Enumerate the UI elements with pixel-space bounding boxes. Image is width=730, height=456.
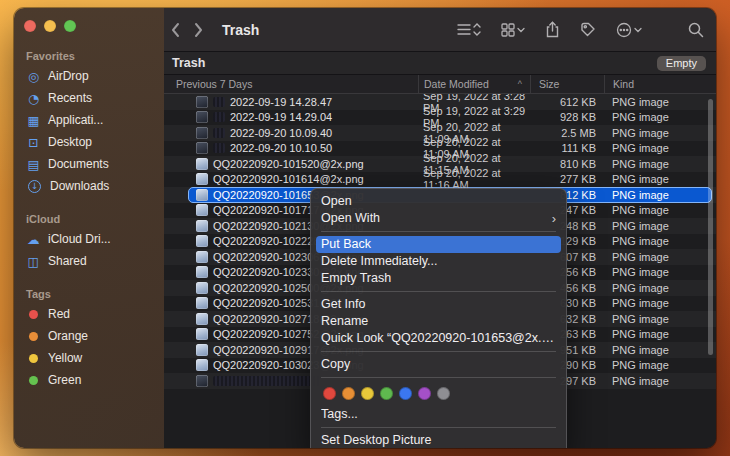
file-name: QQ20220920-101520@2x.png bbox=[213, 158, 364, 170]
search-button[interactable] bbox=[688, 22, 704, 38]
tag-color-dot[interactable] bbox=[399, 387, 412, 400]
file-thumbnail-icon bbox=[196, 111, 208, 123]
menu-item-label: Empty Trash bbox=[321, 270, 556, 287]
sidebar-item-shared[interactable]: ◫Shared bbox=[14, 250, 164, 272]
zoom-button[interactable] bbox=[64, 20, 76, 32]
sidebar-item-icloud-dri[interactable]: ☁iCloud Dri... bbox=[14, 228, 164, 250]
sidebar-item-yellow[interactable]: Yellow bbox=[14, 347, 164, 369]
sidebar-item-airdrop[interactable]: ◎AirDrop bbox=[14, 65, 164, 87]
sidebar-item-label: Documents bbox=[48, 157, 109, 171]
column-label: Date Modified bbox=[424, 78, 489, 90]
tag-color-dot[interactable] bbox=[380, 387, 393, 400]
column-header-date-modified[interactable]: Date Modified ^ bbox=[418, 75, 530, 93]
tag-color-dot[interactable] bbox=[361, 387, 374, 400]
file-name-cell: 2022-09-19 14.29.04 bbox=[164, 110, 418, 126]
airdrop-icon: ◎ bbox=[26, 69, 41, 84]
file-thumbnail-icon bbox=[196, 328, 208, 340]
menu-item-empty-trash[interactable]: Empty Trash bbox=[311, 270, 566, 287]
minimize-button[interactable] bbox=[44, 20, 56, 32]
tag-color-dot[interactable] bbox=[323, 387, 336, 400]
nav-buttons bbox=[170, 22, 204, 38]
file-size-cell: 2.5 MB bbox=[530, 125, 604, 141]
file-name-cell: QQ20220920-101520@2x.png bbox=[164, 156, 418, 172]
sidebar-section-label: Tags bbox=[14, 284, 164, 303]
menu-item-open-with[interactable]: Open With› bbox=[311, 210, 566, 227]
close-button[interactable] bbox=[24, 20, 36, 32]
file-kind-cell: PNG image bbox=[604, 280, 716, 296]
column-header-row: Previous 7 Days Date Modified ^ Size Kin… bbox=[164, 75, 716, 94]
share-button[interactable] bbox=[545, 21, 560, 38]
menu-item-label: Quick Look “QQ20220920-101653@2x.png” bbox=[321, 330, 556, 347]
file-kind-cell: PNG image bbox=[604, 172, 716, 188]
sidebar-section-tags: TagsRedOrangeYellowGreen bbox=[14, 284, 164, 391]
sidebar-item-label: iCloud Dri... bbox=[48, 232, 111, 246]
sidebar-item-label: Desktop bbox=[48, 135, 92, 149]
share-icon bbox=[545, 21, 560, 38]
file-thumbnail-icon bbox=[196, 375, 208, 387]
vertical-scrollbar[interactable] bbox=[708, 99, 713, 355]
menu-item-copy[interactable]: Copy bbox=[311, 356, 566, 373]
menu-item-rename[interactable]: Rename bbox=[311, 313, 566, 330]
window-title: Trash bbox=[222, 22, 259, 38]
yellow-tag-dot bbox=[29, 354, 38, 363]
tag-color-dot[interactable] bbox=[342, 387, 355, 400]
tag-color-dot[interactable] bbox=[437, 387, 450, 400]
location-header: Trash Empty bbox=[164, 52, 716, 75]
tags-button[interactable] bbox=[580, 22, 596, 38]
applications-icon: ▦ bbox=[26, 113, 41, 128]
file-kind-cell: PNG image bbox=[604, 342, 716, 358]
view-options-button[interactable] bbox=[457, 22, 481, 37]
menu-separator bbox=[321, 291, 556, 292]
file-thumbnail-icon bbox=[196, 173, 208, 185]
sidebar-item-downloads[interactable]: ↓Downloads bbox=[14, 175, 164, 197]
sidebar-item-desktop[interactable]: ⊡Desktop bbox=[14, 131, 164, 153]
file-name-cell: 2022-09-20 10.10.50 bbox=[164, 141, 418, 157]
sidebar-item-recents[interactable]: ◔Recents bbox=[14, 87, 164, 109]
menu-item-delete-immediately[interactable]: Delete Immediately... bbox=[311, 253, 566, 270]
menu-item-set-desktop-picture[interactable]: Set Desktop Picture bbox=[311, 432, 566, 448]
menu-item-open[interactable]: Open bbox=[311, 193, 566, 210]
empty-trash-button[interactable]: Empty bbox=[657, 56, 706, 71]
sidebar-item-documents[interactable]: ▤Documents bbox=[14, 153, 164, 175]
search-icon bbox=[688, 22, 704, 38]
group-options-button[interactable] bbox=[501, 23, 525, 37]
menu-item-quick-look-qq20220920-101653-2x-png[interactable]: Quick Look “QQ20220920-101653@2x.png” bbox=[311, 330, 566, 347]
sidebar-section-icloud: iCloud☁iCloud Dri...◫Shared bbox=[14, 209, 164, 272]
sidebar-item-orange[interactable]: Orange bbox=[14, 325, 164, 347]
recents-icon: ◔ bbox=[26, 91, 41, 106]
sidebar-item-applicati[interactable]: ▦Applicati... bbox=[14, 109, 164, 131]
censored-text-block bbox=[213, 112, 225, 122]
menu-item-label: Put Back bbox=[321, 236, 556, 253]
file-name: 2022-09-20 10.09.40 bbox=[230, 127, 332, 139]
tag-color-dot[interactable] bbox=[418, 387, 431, 400]
sidebar-item-label: AirDrop bbox=[48, 69, 89, 83]
red-tag-dot bbox=[29, 310, 38, 319]
file-thumbnail-icon bbox=[196, 344, 208, 356]
file-kind-cell: PNG image bbox=[604, 203, 716, 219]
desktop-icon: ⊡ bbox=[26, 135, 41, 150]
more-options-button[interactable] bbox=[616, 22, 642, 38]
sidebar: Favorites◎AirDrop◔Recents▦Applicati...⊡D… bbox=[14, 8, 164, 448]
sidebar-section-label: iCloud bbox=[14, 209, 164, 228]
file-name: 2022-09-19 14.28.47 bbox=[230, 96, 332, 108]
documents-icon: ▤ bbox=[26, 157, 41, 172]
table-row[interactable]: QQ20220920-101614@2x.pngSep 20, 2022 at … bbox=[164, 172, 716, 188]
file-name: 2022-09-19 14.29.04 bbox=[230, 111, 332, 123]
column-header-size[interactable]: Size bbox=[530, 75, 604, 93]
finder-window: Favorites◎AirDrop◔Recents▦Applicati...⊡D… bbox=[14, 8, 716, 448]
menu-item-label: Tags... bbox=[321, 406, 556, 423]
back-button[interactable] bbox=[170, 22, 180, 38]
file-size-cell: 928 KB bbox=[530, 110, 604, 126]
menu-item-put-back[interactable]: Put Back bbox=[316, 236, 561, 253]
file-name: QQ20220920-101614@2x.png bbox=[213, 173, 364, 185]
sidebar-section-label: Favorites bbox=[14, 46, 164, 65]
file-kind-cell: PNG image bbox=[604, 156, 716, 172]
sidebar-item-label: Downloads bbox=[50, 179, 109, 193]
file-date-cell: Sep 20, 2022 at 11:16 AM bbox=[418, 172, 530, 188]
forward-button[interactable] bbox=[194, 22, 204, 38]
column-header-kind[interactable]: Kind bbox=[604, 75, 716, 93]
sidebar-item-red[interactable]: Red bbox=[14, 303, 164, 325]
sidebar-item-green[interactable]: Green bbox=[14, 369, 164, 391]
menu-item-tags[interactable]: Tags... bbox=[311, 406, 566, 423]
menu-item-get-info[interactable]: Get Info bbox=[311, 296, 566, 313]
